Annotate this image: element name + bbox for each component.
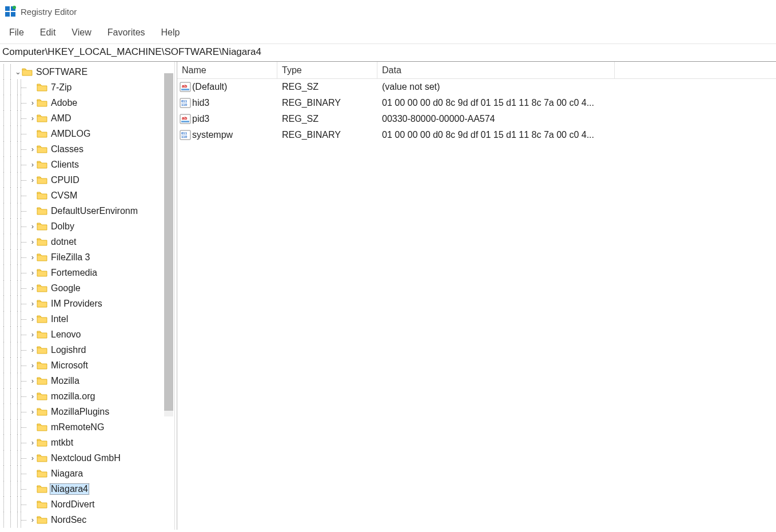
tree-node[interactable]: ›FileZilla 3 — [0, 249, 177, 265]
folder-icon — [37, 268, 47, 277]
menu-help[interactable]: Help — [153, 25, 188, 40]
value-row[interactable]: abpid3REG_SZ00330-80000-00000-AA574 — [177, 111, 776, 127]
folder-icon — [22, 68, 33, 76]
menu-edit[interactable]: Edit — [32, 25, 64, 40]
value-row[interactable]: 011110hid3REG_BINARY01 00 00 00 d0 8c 9d… — [177, 95, 776, 111]
folder-icon — [37, 191, 47, 200]
folder-icon — [37, 284, 47, 292]
address-bar[interactable]: Computer\HKEY_LOCAL_MACHINE\SOFTWARE\Nia… — [0, 44, 776, 62]
expander-icon[interactable]: › — [29, 376, 37, 385]
expander-icon[interactable]: › — [29, 114, 37, 122]
splitter[interactable] — [173, 62, 177, 530]
tree-guide — [0, 450, 7, 466]
expander-icon[interactable]: › — [29, 222, 37, 231]
svg-text:110: 110 — [181, 103, 188, 106]
expander-icon[interactable]: › — [29, 237, 37, 246]
expander-icon[interactable]: › — [29, 438, 37, 447]
tree-node[interactable]: ›Clients — [0, 157, 177, 172]
expander-icon[interactable]: › — [29, 176, 37, 184]
expander-icon[interactable]: › — [29, 454, 37, 462]
menu-file[interactable]: File — [1, 25, 32, 40]
expander-icon[interactable]: › — [29, 361, 37, 370]
tree-node[interactable]: ›Fortemedia — [0, 265, 177, 280]
tree-branch — [21, 512, 29, 527]
tree-node[interactable]: ›AMD — [0, 110, 177, 126]
expander-icon[interactable]: › — [29, 160, 37, 169]
tree-node[interactable]: ›Classes — [0, 141, 177, 157]
tree-node[interactable]: ›Nextcloud GmbH — [0, 450, 177, 466]
tree-node[interactable]: ›Mozilla — [0, 373, 177, 388]
expander-icon[interactable]: › — [29, 284, 37, 292]
tree-node[interactable]: ›mRemoteNG — [0, 419, 177, 435]
expander-icon[interactable]: › — [29, 253, 37, 261]
tree-node[interactable]: ›mtkbt — [0, 435, 177, 450]
value-row[interactable]: 011110systempwREG_BINARY01 00 00 00 d0 8… — [177, 127, 776, 143]
tree-node-software[interactable]: ⌄SOFTWARE — [0, 64, 177, 80]
menu-favorites[interactable]: Favorites — [100, 25, 153, 40]
tree-node[interactable]: ›Microsoft — [0, 358, 177, 373]
expander-icon[interactable]: › — [29, 330, 37, 339]
tree-guide — [7, 64, 14, 80]
tree-guide — [14, 388, 21, 404]
expander-spacer: › — [29, 500, 37, 509]
tree-label: Niagara4 — [50, 483, 89, 495]
tree-node[interactable]: ›MozillaPlugins — [0, 404, 177, 419]
tree-guide — [14, 249, 21, 265]
tree-node[interactable]: ›Google — [0, 280, 177, 296]
svg-rect-8 — [181, 89, 189, 90]
tree-node[interactable]: ›dotnet — [0, 234, 177, 249]
svg-text:ab: ab — [182, 116, 187, 121]
tree-guide — [0, 373, 7, 388]
tree-node[interactable]: ›Logishrd — [0, 342, 177, 358]
tree-node[interactable]: ›7-Zip — [0, 80, 177, 95]
expander-icon[interactable]: › — [29, 145, 37, 153]
tree-branch — [21, 203, 29, 219]
column-header-type[interactable]: Type — [277, 62, 377, 78]
expander-icon[interactable]: › — [29, 315, 37, 323]
tree-scrollbar[interactable] — [164, 73, 173, 416]
tree-node[interactable]: ›Niagara4 — [0, 481, 177, 497]
expander-icon[interactable]: › — [29, 268, 37, 277]
tree-guide — [14, 311, 21, 327]
tree-branch — [21, 296, 29, 311]
tree-guide — [0, 497, 7, 512]
tree-node[interactable]: ›mozilla.org — [0, 388, 177, 404]
tree-node[interactable]: ›Dolby — [0, 219, 177, 234]
list-header[interactable]: Name Type Data — [177, 62, 776, 79]
expander-icon[interactable]: › — [29, 407, 37, 416]
expander-spacer: › — [29, 191, 37, 200]
tree-node[interactable]: ›NordDivert — [0, 497, 177, 512]
tree-guide — [7, 327, 14, 342]
tree-node[interactable]: ›DefaultUserEnvironm — [0, 203, 177, 219]
menu-view[interactable]: View — [63, 25, 99, 40]
value-row[interactable]: ab(Default)REG_SZ(value not set) — [177, 79, 776, 95]
value-list[interactable]: ab(Default)REG_SZ(value not set)011110hi… — [177, 79, 776, 143]
expander-icon[interactable]: › — [29, 299, 37, 308]
tree-label: Clients — [50, 160, 80, 170]
tree-node[interactable]: ›NordSec — [0, 512, 177, 527]
expander-icon[interactable]: › — [29, 98, 37, 107]
registry-tree[interactable]: ⌄SOFTWARE›7-Zip›Adobe›AMD›AMDLOG›Classes… — [0, 62, 177, 527]
expander-icon[interactable]: › — [29, 515, 37, 524]
tree-node[interactable]: ›Adobe — [0, 95, 177, 110]
tree-scroll-thumb[interactable] — [164, 73, 173, 411]
tree-branch — [21, 172, 29, 188]
tree-node[interactable]: ›CVSM — [0, 188, 177, 203]
tree-guide — [14, 373, 21, 388]
column-header-data[interactable]: Data — [377, 62, 615, 78]
tree-node[interactable]: ›IM Providers — [0, 296, 177, 311]
expander-icon[interactable]: ⌄ — [14, 68, 22, 76]
tree-guide — [7, 95, 14, 110]
value-name-cell: abpid3 — [177, 113, 277, 125]
tree-node[interactable]: ›AMDLOG — [0, 126, 177, 141]
expander-icon[interactable]: › — [29, 346, 37, 354]
tree-guide — [14, 481, 21, 497]
expander-icon[interactable]: › — [29, 392, 37, 400]
folder-icon — [37, 454, 47, 462]
tree-node[interactable]: ›Intel — [0, 311, 177, 327]
tree-node[interactable]: ›CPUID — [0, 172, 177, 188]
tree-guide — [7, 265, 14, 280]
column-header-name[interactable]: Name — [177, 62, 277, 78]
tree-node[interactable]: ›Lenovo — [0, 327, 177, 342]
tree-node[interactable]: ›Niagara — [0, 466, 177, 481]
